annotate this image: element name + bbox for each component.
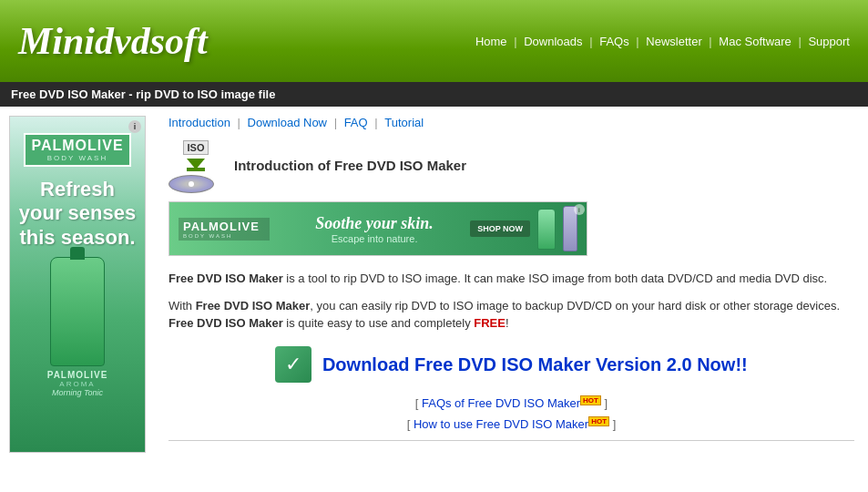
- sidebar-ad-tagline: Refresh your senses this season.: [17, 178, 138, 250]
- sidebar: i PALMOLIVE BODY WASH Refresh your sense…: [0, 107, 155, 462]
- faq-links: [ FAQs of Free DVD ISO MakerHOT ] [ How …: [168, 396, 854, 432]
- divider: [168, 440, 854, 441]
- palmolive-brand: PALMOLIVE: [31, 138, 123, 154]
- ad-info-icon[interactable]: i: [128, 120, 141, 133]
- iso-label: ISO: [183, 140, 209, 155]
- desc-prefix2: With: [168, 299, 196, 313]
- banner-sub: BODY WASH: [183, 233, 265, 239]
- banner-middle: Soothe your skin. Escape into nature.: [279, 214, 470, 244]
- sub-navigation: Introduction | Download Now | FAQ | Tuto…: [168, 116, 854, 129]
- desc-paragraph2: With Free DVD ISO Maker, you can easily …: [168, 297, 854, 333]
- download-title[interactable]: Download Free DVD ISO Maker Version 2.0 …: [322, 354, 748, 374]
- download-arrow-icon: ✓: [285, 353, 301, 376]
- product-name-bold2: Free DVD ISO Maker: [196, 299, 311, 313]
- faq-link[interactable]: FAQs of Free DVD ISO Maker: [422, 396, 580, 410]
- nav-downloads[interactable]: Downloads: [524, 35, 582, 48]
- banner-palmolive-logo: PALMOLIVE BODY WASH: [179, 218, 270, 241]
- hot-badge2: HOT: [588, 416, 609, 426]
- banner-tagline2: Escape into nature.: [279, 233, 470, 244]
- product-name-bold3: Free DVD ISO Maker: [168, 316, 283, 330]
- nav-separator: |: [636, 35, 642, 48]
- sub-nav-introduction[interactable]: Introduction: [168, 116, 230, 129]
- banner-left: PALMOLIVE BODY WASH: [179, 218, 270, 241]
- free-badge: FREE: [474, 316, 505, 330]
- sub-nav-download-now[interactable]: Download Now: [248, 116, 327, 129]
- palmolive-sub: BODY WASH: [31, 154, 123, 162]
- ad-banner[interactable]: i PALMOLIVE BODY WASH Soothe your skin. …: [168, 201, 587, 256]
- sub-nav-sep: |: [334, 116, 341, 129]
- nav-support[interactable]: Support: [808, 35, 850, 48]
- desc-text3: is quite easy to use and completely: [283, 316, 475, 330]
- main-layout: i PALMOLIVE BODY WASH Refresh your sense…: [0, 107, 868, 462]
- bracket-close: ]: [605, 396, 608, 410]
- desc-end: !: [505, 316, 509, 330]
- desc-text2: , you can easily rip DVD to ISO image to…: [310, 299, 840, 313]
- product-description: Free DVD ISO Maker is a tool to rip DVD …: [168, 270, 854, 333]
- banner-bottle1: [537, 209, 556, 250]
- sidebar-advertisement: i PALMOLIVE BODY WASH Refresh your sense…: [9, 116, 146, 453]
- content-area: Introduction | Download Now | FAQ | Tuto…: [155, 107, 868, 462]
- sidebar-ad-bottle: [50, 257, 105, 366]
- nav-mac-software[interactable]: Mac Software: [719, 35, 791, 48]
- product-icon: ISO: [168, 140, 223, 190]
- bracket-open: [: [415, 396, 422, 410]
- shop-now-button[interactable]: SHOP NOW: [470, 220, 530, 237]
- download-section: ✓ Download Free DVD ISO Maker Version 2.…: [168, 346, 854, 383]
- banner-brand: PALMOLIVE: [183, 220, 265, 233]
- sub-nav-sep: |: [374, 116, 381, 129]
- download-icon-container: ✓: [275, 346, 311, 383]
- page-title: Free DVD ISO Maker - rip DVD to ISO imag…: [11, 87, 275, 101]
- nav-separator: |: [798, 35, 804, 48]
- nav-newsletter[interactable]: Newsletter: [646, 35, 701, 48]
- bracket-open2: [: [407, 417, 414, 431]
- palmolive-sidebar-logo: PALMOLIVE BODY WASH: [24, 133, 130, 167]
- banner-ad-info[interactable]: i: [574, 204, 585, 215]
- sub-nav-tutorial[interactable]: Tutorial: [384, 116, 424, 129]
- sidebar-ad-sub-bottom: AROMA: [59, 380, 95, 388]
- page-title-bar: Free DVD ISO Maker - rip DVD to ISO imag…: [0, 82, 868, 107]
- nav-separator: |: [589, 35, 596, 48]
- desc-text1: is a tool to rip DVD to ISO image. It ca…: [283, 272, 828, 285]
- bracket-close2: ]: [613, 417, 617, 431]
- sidebar-ad-brand-bottom: PALMOLIVE: [47, 370, 108, 380]
- header: Minidvdsoft Home | Downloads | FAQs | Ne…: [0, 0, 868, 82]
- disc-icon: [168, 175, 214, 193]
- nav-faqs[interactable]: FAQs: [599, 35, 629, 48]
- banner-tagline1: Soothe your skin.: [279, 214, 470, 233]
- howto-link[interactable]: How to use Free DVD ISO Maker: [414, 417, 588, 431]
- sub-nav-faq[interactable]: FAQ: [344, 116, 368, 129]
- nav-separator: |: [514, 35, 520, 48]
- desc-paragraph1: Free DVD ISO Maker is a tool to rip DVD …: [168, 270, 854, 288]
- faq-link-line2: [ How to use Free DVD ISO MakerHOT ]: [168, 417, 854, 431]
- logo[interactable]: Minidvdsoft: [18, 19, 208, 63]
- arrow-base: [187, 168, 205, 171]
- download-icon-shape: ✓: [275, 346, 311, 383]
- nav-home[interactable]: Home: [475, 35, 507, 48]
- banner-right: SHOP NOW: [470, 206, 577, 251]
- sub-nav-sep: |: [238, 116, 244, 129]
- product-title: Introduction of Free DVD ISO Maker: [234, 158, 466, 173]
- sidebar-ad-scent: Morning Tonic: [52, 388, 103, 397]
- navigation: Home | Downloads | FAQs | Newsletter | M…: [475, 35, 850, 48]
- product-header: ISO Introduction of Free DVD ISO Maker: [168, 140, 854, 190]
- faq-link-line1: [ FAQs of Free DVD ISO MakerHOT ]: [168, 396, 854, 410]
- nav-separator: |: [709, 35, 715, 48]
- hot-badge1: HOT: [580, 395, 601, 405]
- product-name-bold1: Free DVD ISO Maker: [168, 272, 283, 285]
